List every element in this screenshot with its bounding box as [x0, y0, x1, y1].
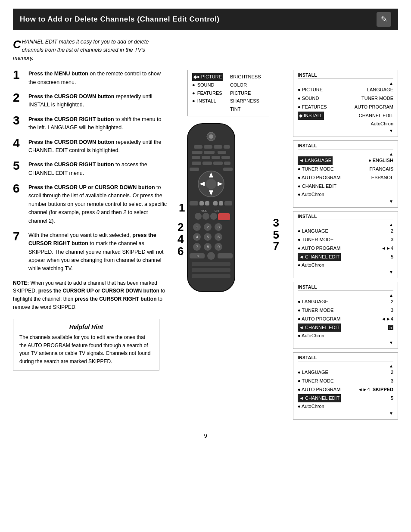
remote-step-7: 7 — [273, 240, 279, 253]
main-layout: 1 Press the MENU button on the remote co… — [13, 70, 398, 420]
page-header: How to Add or Delete Channels (Channel E… — [13, 9, 398, 30]
step-3-number: 3 — [13, 115, 28, 127]
panel-3-body: ● LANGUAGE ● TUNER MODE ● AUTO PROGRAM ◄… — [298, 227, 393, 270]
svg-text:7: 7 — [196, 245, 198, 249]
svg-text:6: 6 — [218, 235, 220, 239]
remote-control: VOL CH 1 2 3 — [177, 121, 280, 304]
svg-point-25 — [206, 179, 216, 189]
panel-2-selected: ◄ LANGUAGE — [298, 156, 333, 165]
panel-5-title: INSTALL — [298, 355, 393, 361]
svg-text:8: 8 — [207, 245, 209, 249]
panel-3-left: ● LANGUAGE ● TUNER MODE ● AUTO PROGRAM ◄… — [298, 227, 378, 270]
step-5: 5 Press the CURSOR RIGHT button to acces… — [13, 161, 168, 177]
menu-panel-4: INSTALL ▲ ● LANGUAGE ● TUNER MODE ● AUTO… — [293, 282, 398, 349]
intro-text: CHANNEL EDIT makes it easy for you to ad… — [13, 38, 159, 62]
svg-rect-9 — [218, 151, 226, 154]
step-3-text: Press the CURSOR RIGHT button to shift t… — [28, 115, 168, 132]
svg-rect-10 — [192, 156, 200, 159]
step-1: 1 Press the MENU button on the remote co… — [13, 70, 168, 87]
menu-selected-picture: ◆● PICTURE — [192, 73, 223, 81]
step-1-text: Press the MENU button on the remote cont… — [28, 70, 168, 87]
panel-5-selected: ◄ CHANNEL EDIT — [298, 394, 341, 403]
panel-3-right: 2 3 ◄►4 5 — [381, 227, 393, 270]
svg-rect-0 — [187, 124, 235, 292]
step-5-text: Press the CURSOR RIGHT button to access … — [28, 161, 168, 177]
step-2: 2 Press the CURSOR DOWN button repeatedl… — [13, 93, 168, 109]
page-number: 9 — [13, 432, 398, 439]
svg-rect-6 — [224, 145, 230, 149]
svg-rect-16 — [213, 162, 223, 165]
panel-4-left: ● LANGUAGE ● TUNER MODE ● AUTO PROGRAM ◄… — [298, 298, 378, 340]
panel-2-left: ◄ LANGUAGE ● TUNER MODE ● AUTO PROGRAM ●… — [298, 156, 365, 199]
svg-rect-27 — [199, 201, 204, 205]
svg-rect-7 — [192, 151, 202, 154]
panel-2-right: ● ENGLISH FRANCAIS ESPANOL — [368, 156, 393, 199]
panel-1-body: ● PICTURE ● SOUND ● FEATURES ◆ INSTALL L… — [298, 86, 393, 128]
svg-rect-14 — [192, 162, 201, 165]
svg-rect-3 — [194, 145, 202, 149]
panel-2-title: INSTALL — [298, 143, 393, 149]
svg-rect-60 — [192, 262, 230, 266]
svg-text:9: 9 — [218, 245, 220, 249]
left-column: 1 Press the MENU button on the remote co… — [13, 70, 168, 420]
step-4-text: Press the CURSOR DOWN button repeatedly … — [28, 138, 168, 155]
panel-5-left: ● LANGUAGE ● TUNER MODE ● AUTO PROGRAM ◄… — [298, 368, 355, 411]
panel-1-right: LANGUAGE TUNER MODE AUTO PROGRAM CHANNEL… — [355, 86, 393, 128]
step-2-number: 2 — [13, 92, 28, 104]
svg-point-34 — [195, 213, 202, 220]
note-box: NOTE: When you want to add a channel tha… — [13, 279, 168, 311]
edit-icon: ✎ — [377, 12, 391, 27]
panel-4-body: ● LANGUAGE ● TUNER MODE ● AUTO PROGRAM ◄… — [298, 298, 393, 340]
panel-5-right: 2 3 ◄►4 SKIPPED 5 — [358, 368, 393, 411]
svg-rect-17 — [224, 162, 230, 165]
svg-point-2 — [209, 134, 213, 139]
svg-rect-28 — [205, 201, 209, 205]
step-4-number: 4 — [13, 137, 28, 149]
svg-rect-18 — [190, 168, 199, 171]
panel-4-highlight: 5 — [388, 325, 393, 330]
hint-title: Helpful Hint — [19, 324, 153, 330]
panel-5-body: ● LANGUAGE ● TUNER MODE ● AUTO PROGRAM ◄… — [298, 368, 393, 411]
step-6: 6 Press the CURSOR UP or CURSOR DOWN but… — [13, 184, 168, 225]
svg-rect-31 — [224, 201, 232, 205]
panel-4-right: 2 3 ◄►4 5 — [381, 298, 393, 340]
page-title: How to Add or Delete Channels (Channel E… — [20, 15, 220, 24]
svg-rect-58 — [218, 253, 233, 258]
dropcap: C — [13, 39, 21, 50]
svg-text:2: 2 — [207, 225, 209, 229]
svg-point-35 — [202, 213, 209, 220]
step-3: 3 Press the CURSOR RIGHT button to shift… — [13, 115, 168, 132]
svg-rect-5 — [214, 145, 222, 149]
panel-2-body: ◄ LANGUAGE ● TUNER MODE ● AUTO PROGRAM ●… — [298, 156, 393, 199]
svg-text:5: 5 — [207, 235, 209, 239]
menu-screenshot-top: ◆● PICTURE ● SOUND ● FEATURES ● INSTALL … — [187, 70, 269, 116]
svg-rect-61 — [192, 268, 230, 272]
svg-rect-13 — [221, 156, 230, 159]
svg-rect-62 — [192, 274, 230, 278]
page: How to Add or Delete Channels (Channel E… — [0, 0, 411, 532]
svg-text:1: 1 — [196, 225, 198, 229]
svg-rect-15 — [202, 162, 212, 165]
svg-text:0: 0 — [197, 255, 199, 258]
menu-panel-3: INSTALL ▲ ● LANGUAGE ● TUNER MODE ● AUTO… — [293, 211, 398, 278]
svg-rect-11 — [202, 156, 210, 159]
panel-1-title: INSTALL — [298, 73, 393, 79]
step-2-text: Press the CURSOR DOWN button repeatedly … — [28, 93, 168, 109]
step-1-number: 1 — [13, 69, 28, 81]
step-6-text: Press the CURSOR UP or CURSOR DOWN butto… — [28, 184, 168, 225]
hint-text: The channels available for you to edit a… — [19, 333, 153, 365]
remote-step-5: 5 — [273, 228, 279, 242]
panel-3-title: INSTALL — [298, 214, 393, 220]
step-5-number: 5 — [13, 160, 28, 172]
svg-point-57 — [207, 252, 215, 260]
svg-text:CH: CH — [215, 209, 219, 212]
menu-panel-1: INSTALL ▲ ● PICTURE ● SOUND ● FEATURES ◆… — [293, 70, 398, 137]
step-6-number: 6 — [13, 183, 28, 195]
right-column: INSTALL ▲ ● PICTURE ● SOUND ● FEATURES ◆… — [289, 70, 398, 420]
svg-text:3: 3 — [218, 225, 220, 229]
remote-step-3: 3 — [273, 216, 279, 230]
center-column: ◆● PICTURE ● SOUND ● FEATURES ● INSTALL … — [168, 70, 289, 420]
remote-svg: VOL CH 1 2 3 — [177, 121, 246, 302]
panel-3-selected: ◄ CHANNEL EDIT — [298, 253, 341, 261]
panel-4-title: INSTALL — [298, 285, 393, 291]
